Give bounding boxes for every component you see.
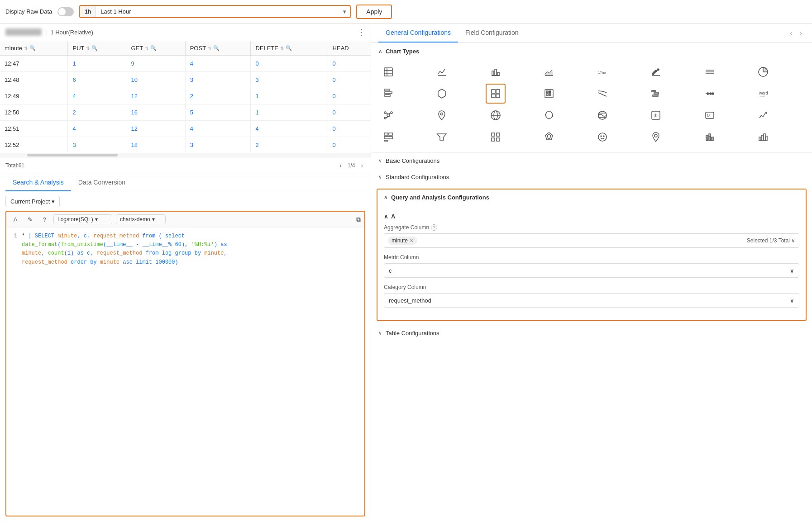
- chart-icon-bar-chart[interactable]: [486, 62, 506, 82]
- aggregate-column-field: Aggregate Column ? minute ✕ Selected 1/3…: [384, 224, 799, 248]
- chart-icon-area-chart[interactable]: [539, 62, 559, 82]
- horizontal-scrollbar[interactable]: [0, 153, 371, 157]
- chart-icon-sankey-chart[interactable]: [592, 84, 612, 104]
- query-analysis-header[interactable]: ∧ Query and Analysis Configurations: [377, 189, 806, 205]
- search-icon-minute[interactable]: 🔍: [29, 45, 36, 51]
- standard-config-header[interactable]: ∨ Standard Configurations: [371, 169, 812, 185]
- chart-icon-geo2-chart[interactable]: [646, 127, 666, 147]
- chart-icon-word-cloud[interactable]: wordcloud: [753, 84, 773, 104]
- more-options-icon[interactable]: ⋮: [357, 27, 365, 37]
- editor-edit-icon[interactable]: ✎: [24, 214, 35, 225]
- search-icon-get[interactable]: 🔍: [150, 45, 157, 51]
- chart-icon-gantt-chart[interactable]: [646, 84, 666, 104]
- search-icon-post[interactable]: 🔍: [213, 45, 220, 51]
- chart-icon-world-map[interactable]: [592, 105, 612, 125]
- svg-line-61: [759, 115, 761, 118]
- chart-icon-histogram-chart[interactable]: [753, 127, 773, 147]
- chart-types-section-header[interactable]: ∧ Chart Types: [371, 43, 812, 60]
- chart-types-label: Chart Types: [386, 48, 419, 55]
- svg-rect-28: [496, 94, 500, 98]
- code-line-4: request_method order by minute asc limit…: [8, 258, 363, 267]
- cell-put: 3: [68, 137, 126, 153]
- svg-line-48: [388, 113, 391, 114]
- selected-count[interactable]: Selected 1/3 Total ∨: [747, 237, 795, 244]
- standard-toggle-icon: ∨: [378, 174, 382, 180]
- search-icon-put[interactable]: 🔍: [91, 45, 98, 51]
- tab-search-analysis[interactable]: Search & Analysis: [5, 174, 71, 191]
- time-dropdown-arrow-icon[interactable]: ▾: [339, 6, 350, 17]
- chart-icon-col-chart[interactable]: [378, 84, 398, 104]
- svg-rect-73: [497, 138, 500, 141]
- chart-icon-china-map[interactable]: [539, 105, 559, 125]
- chart-icon-geo-chart[interactable]: [486, 105, 506, 125]
- category-column-select[interactable]: request_method ∨: [384, 293, 799, 308]
- copy-icon[interactable]: ⧉: [356, 216, 361, 223]
- chart-icon-map-chart[interactable]: [432, 105, 452, 125]
- table-config-header[interactable]: ∨ Table Configurations: [371, 325, 812, 341]
- svg-marker-75: [547, 134, 551, 138]
- chart-icon-heat-chart[interactable]: [539, 84, 559, 104]
- chart-icon-pie-chart[interactable]: [753, 62, 773, 82]
- chart-icon-relation-chart[interactable]: [378, 105, 398, 125]
- total-count: Total:61: [5, 162, 24, 169]
- search-icon-delete[interactable]: 🔍: [286, 45, 292, 51]
- chart-icon-scatter-chart[interactable]: [646, 62, 666, 82]
- svg-point-78: [603, 136, 604, 137]
- sort-icon-delete[interactable]: ⇅: [280, 46, 284, 51]
- aggregate-column-label: Aggregate Column ?: [384, 224, 799, 231]
- standard-config-section: ∨ Standard Configurations: [371, 169, 812, 185]
- store-type-select[interactable]: Logstore(SQL) ▾: [53, 214, 112, 224]
- query-analysis-label: Query and Analysis Configurations: [391, 194, 489, 201]
- chart-icon-group-chart[interactable]: [378, 127, 398, 147]
- sort-icon-minute[interactable]: ⇅: [24, 46, 28, 51]
- chart-icon-smiley-chart[interactable]: [592, 127, 612, 147]
- code-editor[interactable]: 1 * | SELECT minute, c, request_method f…: [6, 227, 364, 516]
- basic-config-header[interactable]: ∨ Basic Configurations: [371, 153, 812, 169]
- aggregate-tag-close[interactable]: ✕: [410, 238, 414, 244]
- pagination: ‹ 1/4 ›: [337, 161, 365, 170]
- chart-icon-radar-chart[interactable]: [539, 127, 559, 147]
- chart-icon-table-chart[interactable]: [378, 62, 398, 82]
- project-dropdown[interactable]: Current Project ▾: [5, 196, 60, 207]
- dropdown-arrow-icon: ▾: [52, 198, 55, 205]
- tab-data-conversion[interactable]: Data Conversion: [71, 174, 133, 191]
- chart-icon-grid-chart-selected[interactable]: [486, 84, 506, 104]
- cell-get: 9: [126, 56, 185, 72]
- chart-icon-tile-chart[interactable]: [486, 127, 506, 147]
- tab-field-configuration[interactable]: Field Configuration: [458, 24, 526, 43]
- chart-icon-stacked-chart[interactable]: [700, 127, 720, 147]
- chart-icon-timeline-chart[interactable]: [700, 84, 720, 104]
- time-selector[interactable]: 1h Last 1 Hour ▾: [79, 5, 351, 18]
- nav-prev-button[interactable]: ‹: [787, 28, 795, 38]
- raw-data-toggle[interactable]: [57, 7, 74, 16]
- cell-delete: 1: [251, 88, 328, 104]
- nav-next-button[interactable]: ›: [797, 28, 805, 38]
- chart-icon-line-chart[interactable]: [432, 62, 452, 82]
- svg-point-43: [387, 114, 390, 117]
- metric-column-select[interactable]: c ∨: [384, 263, 799, 278]
- aggregate-column-select[interactable]: minute ✕ Selected 1/3 Total ∨: [384, 233, 799, 248]
- chart-icon-funnel-chart[interactable]: [432, 127, 452, 147]
- chart-icon-kpi-chart[interactable]: [753, 105, 773, 125]
- apply-button[interactable]: Apply: [356, 5, 392, 19]
- sort-icon-post[interactable]: ⇅: [208, 46, 211, 51]
- aggregate-help-icon[interactable]: ?: [431, 224, 437, 231]
- chart-icon-hexagon-chart[interactable]: [432, 84, 452, 104]
- next-page-button[interactable]: ›: [358, 161, 365, 170]
- demo-select[interactable]: charts-demo ▾: [116, 214, 166, 224]
- category-column-field: Category Column request_method ∨: [384, 284, 799, 308]
- chart-icon-single-value[interactable]: ①: [646, 105, 666, 125]
- svg-line-47: [386, 113, 388, 114]
- editor-label-a: A: [10, 214, 21, 225]
- sort-icon-put[interactable]: ⇅: [86, 46, 90, 51]
- prev-page-button[interactable]: ‹: [337, 161, 344, 170]
- tab-general-configurations[interactable]: General Configurations: [378, 24, 458, 43]
- cell-minute: 12:47: [0, 56, 68, 72]
- chart-icon-markdown-chart[interactable]: M: [700, 105, 720, 125]
- svg-rect-22: [385, 95, 390, 96]
- sort-icon-get[interactable]: ⇅: [145, 46, 148, 51]
- editor-help-icon[interactable]: ?: [39, 214, 50, 225]
- chart-icon-timeseries-chart[interactable]: 17no: [592, 62, 612, 82]
- chart-icon-flow-chart[interactable]: [700, 62, 720, 82]
- col-minute: minute ⇅ 🔍: [0, 41, 68, 56]
